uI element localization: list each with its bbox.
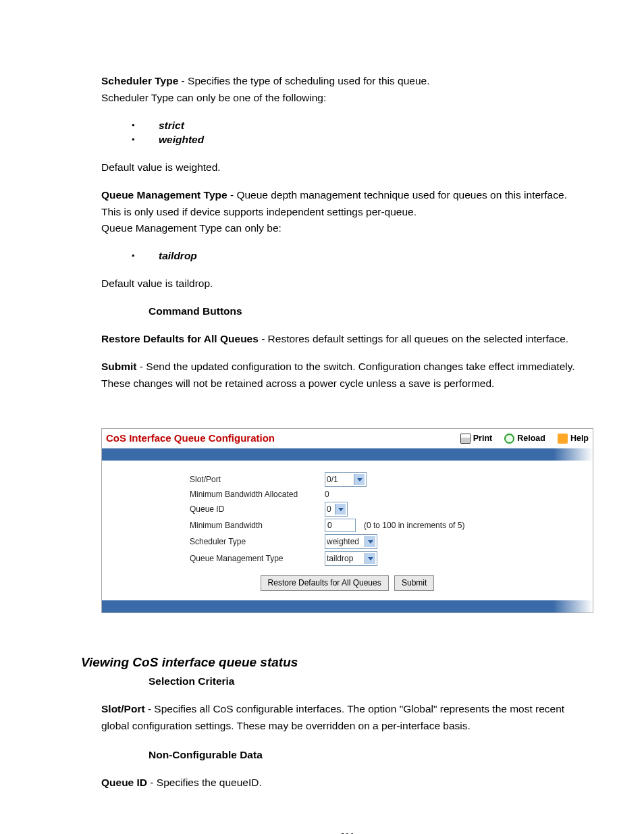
queue-id-select[interactable]: 0 <box>325 502 348 517</box>
print-button[interactable]: Print <box>460 433 492 444</box>
slot-port-term: Slot/Port <box>101 703 145 714</box>
scheduler-type-desc-1: - Specifies the type of scheduling used … <box>178 75 429 86</box>
qmt-select[interactable]: taildrop <box>325 551 377 566</box>
print-icon <box>460 434 471 444</box>
min-bw-alloc-label: Minimum Bandwidth Allocated <box>102 489 325 500</box>
chevron-down-icon <box>335 504 346 515</box>
default-taildrop-note: Default value is taildrop. <box>101 277 593 291</box>
min-bw-label: Minimum Bandwidth <box>102 520 325 531</box>
slot-port-desc-2: global configuration settings. These may… <box>101 719 593 733</box>
list-item: strict <box>159 120 184 131</box>
queue-id-term: Queue ID <box>101 777 147 788</box>
slot-port-label: Slot/Port <box>102 474 325 485</box>
reload-button[interactable]: Reload <box>504 433 545 444</box>
queue-id-desc: - Specifies the queueID. <box>147 777 262 788</box>
default-weighted-note: Default value is weighted. <box>101 161 593 175</box>
panel-title: CoS Interface Queue Configuration <box>106 432 460 445</box>
chevron-down-icon <box>354 474 365 485</box>
list-item: weighted <box>159 134 204 145</box>
min-bw-alloc-value: 0 <box>325 489 329 500</box>
command-buttons-heading: Command Buttons <box>149 305 593 319</box>
qmt-value: taildrop <box>327 553 353 564</box>
scheduler-type-desc-2: Scheduler Type can only be one of the fo… <box>101 91 593 105</box>
non-configurable-data-heading: Non-Configurable Data <box>149 748 593 762</box>
submit-desc-1: - Send the updated configuration to the … <box>137 361 575 372</box>
queue-id-label: Queue ID <box>102 504 325 515</box>
reload-label: Reload <box>517 433 545 444</box>
help-button[interactable]: Help <box>558 433 589 444</box>
cos-queue-config-panel: CoS Interface Queue Configuration Print … <box>101 428 593 613</box>
qmt-desc-2: This is only used if device supports ind… <box>101 205 593 219</box>
qmt-term: Queue Management Type <box>101 189 227 201</box>
submit-desc-2: These changes will not be retained acros… <box>101 377 593 391</box>
restore-defaults-desc: - Restores default settings for all queu… <box>259 333 568 344</box>
submit-term: Submit <box>101 361 137 372</box>
min-bw-input[interactable] <box>325 519 356 532</box>
qmt-options-list: taildrop <box>101 249 593 263</box>
section-heading: Viewing CoS interface queue status <box>81 654 593 671</box>
restore-defaults-button[interactable]: Restore Defaults for All Queues <box>261 575 389 590</box>
page-number: 611 <box>101 831 593 834</box>
qmt-desc-3: Queue Management Type can only be: <box>101 221 593 236</box>
slot-port-value: 0/1 <box>327 474 338 485</box>
print-label: Print <box>473 433 492 444</box>
submit-button[interactable]: Submit <box>394 575 434 590</box>
chevron-down-icon <box>365 553 375 564</box>
slot-port-desc-1: - Specifies all CoS configurable interfa… <box>145 703 565 714</box>
scheduler-type-term: Scheduler Type <box>101 75 178 86</box>
divider-bar-top <box>102 448 593 461</box>
help-icon <box>558 434 568 444</box>
slot-port-select[interactable]: 0/1 <box>325 472 367 487</box>
list-item: taildrop <box>159 250 197 261</box>
restore-defaults-term: Restore Defaults for All Queues <box>101 333 259 344</box>
selection-criteria-heading: Selection Criteria <box>149 675 593 689</box>
scheduler-type-select[interactable]: weighted <box>325 534 377 549</box>
scheduler-type-label: Scheduler Type <box>102 536 325 547</box>
qmt-desc-1: - Queue depth management technique used … <box>227 189 567 201</box>
divider-bar-bottom <box>102 600 593 613</box>
reload-icon <box>504 434 514 444</box>
scheduler-type-value: weighted <box>327 536 359 547</box>
qmt-label: Queue Management Type <box>102 553 325 564</box>
scheduler-type-options-list: strict weighted <box>101 119 593 147</box>
min-bw-hint: (0 to 100 in increments of 5) <box>364 520 464 531</box>
queue-id-value: 0 <box>327 504 331 515</box>
help-label: Help <box>570 433 589 444</box>
chevron-down-icon <box>365 536 375 547</box>
